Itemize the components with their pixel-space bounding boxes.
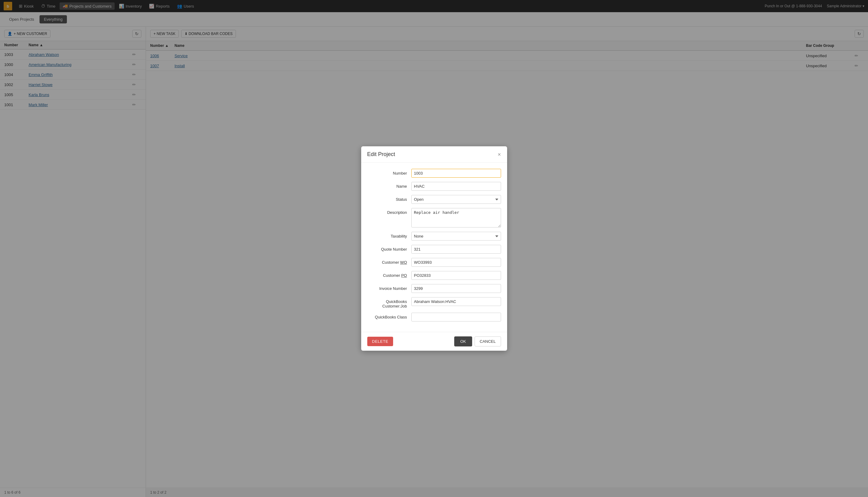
modal-title: Edit Project	[367, 151, 395, 158]
customer-po-label: Customer PO	[367, 271, 411, 278]
quickbooks-cj-input[interactable]	[411, 297, 501, 306]
customer-wo-label: Customer WO	[367, 258, 411, 265]
footer-action-buttons: OK CANCEL	[454, 337, 501, 346]
project-name-input[interactable]	[411, 182, 501, 191]
customer-po-input[interactable]	[411, 271, 501, 280]
quickbooks-cj-label: QuickBooks Customer:Job	[367, 297, 411, 309]
description-label: Description	[367, 208, 411, 215]
modal-header: Edit Project ×	[361, 146, 507, 163]
field-number: Number	[367, 169, 501, 178]
status-select[interactable]: Open Closed Pending	[411, 195, 501, 204]
ok-button[interactable]: OK	[454, 337, 472, 346]
field-invoice-number: Invoice Number	[367, 284, 501, 293]
modal-body: Number Name Status Open Closed Pending D…	[361, 163, 507, 332]
field-name: Name	[367, 182, 501, 191]
quickbooks-class-label: QuickBooks Class	[367, 313, 411, 320]
status-label: Status	[367, 195, 411, 202]
modal-footer: DELETE OK CANCEL	[361, 332, 507, 351]
invoice-number-input[interactable]	[411, 284, 501, 293]
quickbooks-class-input[interactable]	[411, 313, 501, 322]
description-textarea[interactable]: Replace air handler	[411, 208, 501, 228]
field-description: Description Replace air handler	[367, 208, 501, 228]
edit-project-modal: Edit Project × Number Name Status Open C…	[361, 146, 507, 351]
field-status: Status Open Closed Pending	[367, 195, 501, 204]
quote-number-input[interactable]	[411, 245, 501, 254]
taxability-label: Taxability	[367, 232, 411, 239]
field-customer-po: Customer PO	[367, 271, 501, 280]
field-customer-wo: Customer WO	[367, 258, 501, 267]
quote-number-label: Quote Number	[367, 245, 411, 252]
modal-overlay: Edit Project × Number Name Status Open C…	[0, 0, 868, 497]
modal-close-button[interactable]: ×	[498, 152, 501, 157]
field-quote-number: Quote Number	[367, 245, 501, 254]
number-label: Number	[367, 169, 411, 175]
name-label: Name	[367, 182, 411, 188]
customer-wo-input[interactable]	[411, 258, 501, 267]
field-taxability: Taxability None Taxable Non-Taxable	[367, 232, 501, 241]
taxability-select[interactable]: None Taxable Non-Taxable	[411, 232, 501, 241]
delete-button[interactable]: DELETE	[367, 337, 393, 346]
field-quickbooks-cj: QuickBooks Customer:Job	[367, 297, 501, 309]
number-input[interactable]	[411, 169, 501, 178]
field-quickbooks-class: QuickBooks Class	[367, 313, 501, 322]
invoice-number-label: Invoice Number	[367, 284, 411, 291]
cancel-button[interactable]: CANCEL	[475, 337, 501, 346]
